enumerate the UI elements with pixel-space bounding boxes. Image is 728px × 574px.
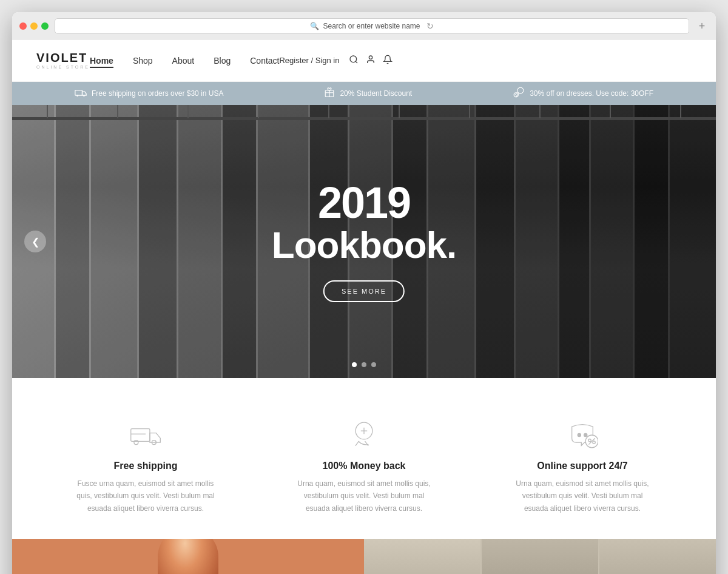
hanger-6 — [399, 105, 400, 118]
nav-item-contact[interactable]: Contact — [250, 55, 279, 66]
hero-dot-1[interactable] — [352, 362, 357, 367]
new-tab-button[interactable]: + — [695, 19, 709, 33]
hanger-4 — [258, 105, 259, 118]
svg-point-4 — [76, 95, 78, 96]
svg-point-10 — [134, 441, 138, 445]
promo-item-dress: 30% off on dresses. Use code: 30OFF — [513, 87, 653, 100]
feature-shipping: Free shipping Fusce urna quam, euismod s… — [73, 414, 218, 515]
feature-shipping-title: Free shipping — [73, 461, 218, 471]
feature-money-back: 100% Money back Urna quam, euismod sit a… — [291, 414, 437, 515]
logo-subtitle: ONLINE STORE — [36, 65, 90, 69]
strip-part-1 — [364, 539, 480, 574]
hero-dot-2[interactable] — [362, 362, 366, 367]
close-button[interactable] — [19, 22, 27, 30]
hanger-1 — [47, 105, 48, 118]
discount-icon — [513, 87, 525, 100]
feature-support: Online support 24/7 Urna quam, euismod s… — [510, 414, 655, 515]
nav-link-shop[interactable]: Shop — [133, 56, 153, 66]
feature-shipping-desc: Fusce urna quam, euismod sit amet mollis… — [73, 478, 218, 515]
promo-text-student: 20% Student Discount — [340, 89, 412, 98]
hero-prev-button[interactable]: ❮ — [24, 231, 46, 252]
money-back-icon-wrap — [291, 414, 437, 451]
auth-links[interactable]: Register / Sign in — [279, 56, 339, 65]
nav-link-contact[interactable]: Contact — [250, 56, 279, 66]
svg-rect-3 — [75, 90, 83, 95]
nav-item-shop[interactable]: Shop — [133, 55, 153, 66]
svg-point-7 — [517, 87, 524, 93]
site-content: VIOLET ONLINE STORE Home Shop About Blog… — [12, 39, 716, 574]
traffic-lights — [19, 22, 49, 30]
refresh-icon[interactable]: ↻ — [426, 21, 434, 31]
nav-item-home[interactable]: Home — [90, 55, 113, 66]
hanger-9 — [610, 105, 611, 118]
browser-window: 🔍 Search or enter website name ↻ + VIOLE… — [12, 12, 716, 574]
hanger-3 — [187, 105, 189, 118]
svg-point-0 — [350, 56, 357, 62]
promo-bar: Free shipping on orders over $30 in USA … — [12, 82, 716, 105]
hanger-10 — [680, 105, 681, 118]
promo-text-dress: 30% off on dresses. Use code: 30OFF — [530, 89, 653, 98]
nav-list: Home Shop About Blog Contact — [90, 55, 279, 66]
feature-support-title: Online support 24/7 — [510, 461, 655, 471]
hanger-5 — [328, 105, 329, 118]
strip-part-3 — [599, 539, 716, 574]
support-icon-wrap — [510, 414, 655, 451]
bell-icon[interactable] — [383, 55, 393, 67]
strip-right-panel — [364, 539, 716, 574]
header-right: Register / Sign in — [279, 55, 393, 67]
bottom-preview-strip — [12, 539, 716, 574]
hero-cta-button[interactable]: SEE MORE — [323, 280, 405, 302]
promo-item-shipping: Free shipping on orders over $30 in USA — [75, 88, 223, 99]
svg-point-15 — [584, 433, 587, 436]
feature-money-title: 100% Money back — [291, 461, 437, 471]
svg-point-14 — [578, 433, 581, 436]
free-shipping-icon — [130, 419, 161, 451]
nav-item-blog[interactable]: Blog — [214, 55, 231, 66]
hanger-2 — [117, 105, 118, 118]
nav-link-blog[interactable]: Blog — [214, 56, 231, 66]
hero-dot-3[interactable] — [371, 362, 376, 367]
fullscreen-button[interactable] — [41, 22, 49, 30]
hangers — [12, 105, 716, 118]
hero-content: 2019 Lookbook. SEE MORE — [272, 181, 456, 302]
browser-chrome: 🔍 Search or enter website name ↻ + — [12, 12, 716, 39]
feature-support-desc: Urna quam, euismod sit amet mollis quis,… — [510, 478, 655, 515]
promo-item-student: 20% Student Discount — [324, 87, 412, 100]
svg-point-2 — [369, 56, 372, 59]
svg-line-1 — [356, 61, 358, 63]
user-icon[interactable] — [366, 55, 376, 67]
strip-part-2 — [482, 539, 598, 574]
shipping-icon — [75, 88, 87, 99]
search-icon: 🔍 — [310, 22, 319, 30]
nav-link-about[interactable]: About — [172, 56, 195, 66]
minimize-button[interactable] — [30, 22, 38, 30]
svg-point-5 — [83, 95, 85, 96]
money-back-icon — [348, 419, 380, 451]
address-bar[interactable]: 🔍 Search or enter website name ↻ — [55, 18, 689, 34]
address-text: Search or enter website name — [323, 22, 420, 30]
model-silhouette — [158, 539, 218, 574]
model-preview — [140, 539, 237, 574]
nav-item-about[interactable]: About — [172, 55, 195, 66]
features-section: Free shipping Fusce urna quam, euismod s… — [12, 378, 716, 539]
promo-text-shipping: Free shipping on orders over $30 in USA — [92, 89, 223, 98]
logo[interactable]: VIOLET ONLINE STORE — [36, 52, 90, 69]
svg-rect-9 — [131, 429, 150, 442]
header-icons — [349, 55, 393, 67]
shipping-icon-wrap — [73, 414, 218, 451]
feature-money-desc: Urna quam, euismod sit amet mollis quis,… — [291, 478, 437, 515]
hero-title: Lookbook. — [272, 225, 456, 266]
nav-link-home[interactable]: Home — [90, 56, 113, 68]
site-header: VIOLET ONLINE STORE Home Shop About Blog… — [12, 39, 716, 82]
main-navigation: Home Shop About Blog Contact — [90, 55, 279, 66]
hanger-7 — [469, 105, 470, 118]
logo-name: VIOLET — [36, 52, 90, 64]
hero-dots — [352, 362, 376, 367]
hero-year: 2019 — [272, 181, 456, 225]
gift-icon — [324, 87, 335, 100]
hanger-8 — [539, 105, 541, 118]
search-icon[interactable] — [349, 55, 359, 67]
hero-section: 2019 Lookbook. SEE MORE ❮ — [12, 105, 716, 378]
strip-left-panel[interactable] — [12, 539, 364, 574]
online-support-icon — [567, 419, 598, 451]
